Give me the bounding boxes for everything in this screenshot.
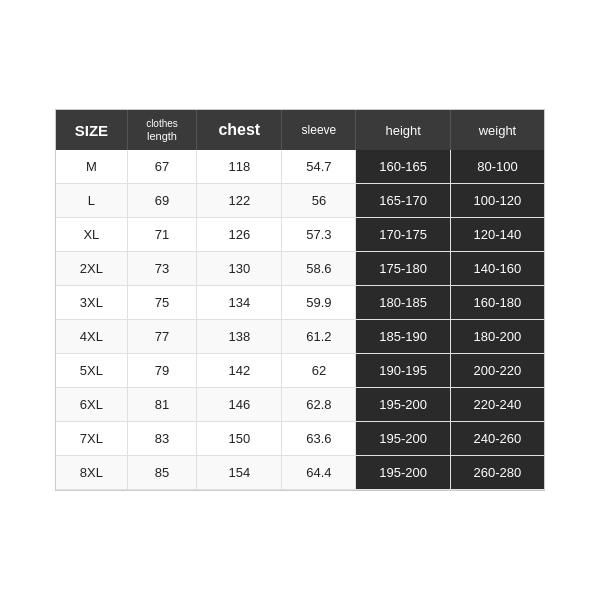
cell-size: 3XL	[56, 286, 127, 320]
cell-size: 6XL	[56, 388, 127, 422]
cell-chest: 134	[197, 286, 282, 320]
table-row: 5XL7914262190-195200-220	[56, 354, 544, 388]
table-row: L6912256165-170100-120	[56, 184, 544, 218]
cell-height: 175-180	[356, 252, 450, 286]
cell-sleeve: 57.3	[282, 218, 356, 252]
header-clothes-length: clotheslength	[127, 110, 196, 150]
cell-clothes_length: 81	[127, 388, 196, 422]
cell-chest: 130	[197, 252, 282, 286]
cell-clothes_length: 77	[127, 320, 196, 354]
cell-weight: 100-120	[450, 184, 544, 218]
table-row: 3XL7513459.9180-185160-180	[56, 286, 544, 320]
cell-height: 195-200	[356, 388, 450, 422]
cell-weight: 240-260	[450, 422, 544, 456]
cell-height: 160-165	[356, 150, 450, 184]
cell-sleeve: 64.4	[282, 456, 356, 490]
table-row: M6711854.7160-16580-100	[56, 150, 544, 184]
header-chest: chest	[197, 110, 282, 150]
cell-size: XL	[56, 218, 127, 252]
cell-clothes_length: 85	[127, 456, 196, 490]
cell-height: 180-185	[356, 286, 450, 320]
cell-sleeve: 58.6	[282, 252, 356, 286]
cell-height: 190-195	[356, 354, 450, 388]
cell-sleeve: 54.7	[282, 150, 356, 184]
cell-size: 2XL	[56, 252, 127, 286]
table-row: 7XL8315063.6195-200240-260	[56, 422, 544, 456]
cell-height: 170-175	[356, 218, 450, 252]
size-chart-table: SIZE clotheslength chest sleeve height w…	[56, 110, 544, 490]
cell-weight: 220-240	[450, 388, 544, 422]
cell-clothes_length: 69	[127, 184, 196, 218]
size-chart-table-wrapper: SIZE clotheslength chest sleeve height w…	[55, 109, 545, 491]
cell-sleeve: 62	[282, 354, 356, 388]
cell-height: 165-170	[356, 184, 450, 218]
cell-weight: 260-280	[450, 456, 544, 490]
cell-weight: 180-200	[450, 320, 544, 354]
cell-chest: 154	[197, 456, 282, 490]
table-header-row: SIZE clotheslength chest sleeve height w…	[56, 110, 544, 150]
cell-sleeve: 59.9	[282, 286, 356, 320]
cell-clothes_length: 75	[127, 286, 196, 320]
cell-height: 195-200	[356, 422, 450, 456]
header-height: height	[356, 110, 450, 150]
cell-clothes_length: 71	[127, 218, 196, 252]
table-row: 8XL8515464.4195-200260-280	[56, 456, 544, 490]
cell-clothes_length: 83	[127, 422, 196, 456]
table-row: 6XL8114662.8195-200220-240	[56, 388, 544, 422]
cell-sleeve: 62.8	[282, 388, 356, 422]
cell-chest: 146	[197, 388, 282, 422]
cell-size: 7XL	[56, 422, 127, 456]
header-weight: weight	[450, 110, 544, 150]
header-size: SIZE	[56, 110, 127, 150]
cell-size: 4XL	[56, 320, 127, 354]
cell-weight: 200-220	[450, 354, 544, 388]
cell-clothes_length: 79	[127, 354, 196, 388]
cell-size: 5XL	[56, 354, 127, 388]
cell-weight: 120-140	[450, 218, 544, 252]
cell-sleeve: 56	[282, 184, 356, 218]
table-row: 2XL7313058.6175-180140-160	[56, 252, 544, 286]
cell-weight: 140-160	[450, 252, 544, 286]
table-row: XL7112657.3170-175120-140	[56, 218, 544, 252]
table-row: 4XL7713861.2185-190180-200	[56, 320, 544, 354]
cell-chest: 138	[197, 320, 282, 354]
cell-weight: 160-180	[450, 286, 544, 320]
cell-clothes_length: 73	[127, 252, 196, 286]
cell-chest: 142	[197, 354, 282, 388]
header-sleeve: sleeve	[282, 110, 356, 150]
cell-size: 8XL	[56, 456, 127, 490]
cell-chest: 122	[197, 184, 282, 218]
cell-sleeve: 63.6	[282, 422, 356, 456]
cell-chest: 118	[197, 150, 282, 184]
cell-height: 195-200	[356, 456, 450, 490]
cell-chest: 126	[197, 218, 282, 252]
cell-clothes_length: 67	[127, 150, 196, 184]
cell-weight: 80-100	[450, 150, 544, 184]
cell-chest: 150	[197, 422, 282, 456]
cell-sleeve: 61.2	[282, 320, 356, 354]
cell-size: M	[56, 150, 127, 184]
cell-size: L	[56, 184, 127, 218]
cell-height: 185-190	[356, 320, 450, 354]
